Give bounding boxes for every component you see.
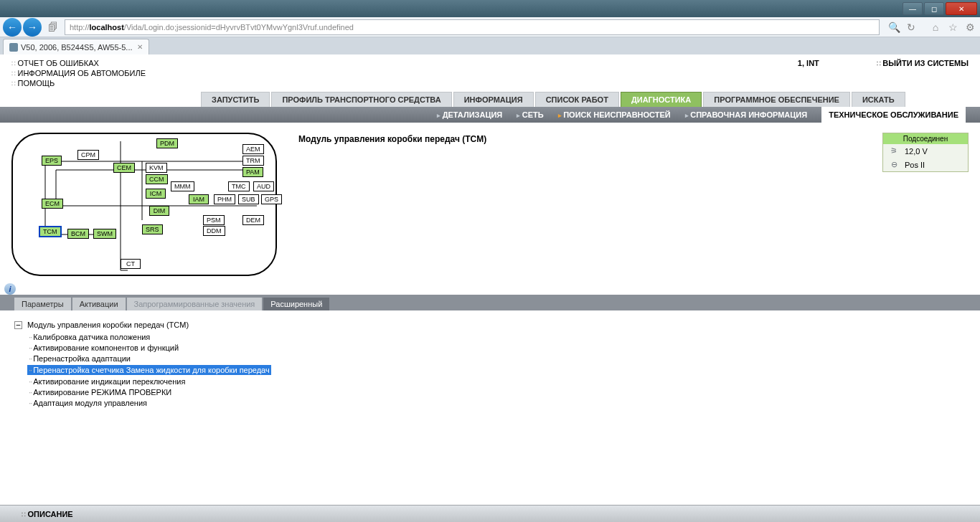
module-cem[interactable]: CEM: [113, 163, 135, 173]
main-tab-row: ЗАПУСТИТЬ ПРОФИЛЬ ТРАНСПОРТНОГО СРЕДСТВА…: [0, 92, 980, 107]
subnav-reference[interactable]: СПРАВОЧНАЯ ИНФОРМАЦИЯ: [685, 110, 807, 119]
module-ddm[interactable]: DDM: [203, 226, 225, 236]
top-link-group: ОТЧЕТ ОБ ОШИБКАХ ИНФОРМАЦИЯ ОБ АВТОМОБИЛ…: [11, 59, 146, 87]
tab-start[interactable]: ЗАПУСТИТЬ: [201, 92, 270, 107]
inner-tab-programmed[interactable]: Запрограммированные значения: [127, 298, 263, 310]
module-trm[interactable]: TRM: [242, 156, 264, 166]
logout-link[interactable]: ВЫЙТИ ИЗ СИСТЕМЫ: [877, 59, 969, 67]
browser-tabstrip: V50, 2006, B5244S5, AW55-5... ✕: [0, 37, 980, 54]
url-path: /Vida/Login.do;jsessionid=dHyvrvBTvt0YMv…: [124, 23, 354, 32]
tab-vehicle-profile[interactable]: ПРОФИЛЬ ТРАНСПОРТНОГО СРЕДСТВА: [271, 92, 451, 107]
tab-job-list[interactable]: СПИСОК РАБОТ: [535, 92, 619, 107]
home-icon[interactable]: ⌂: [928, 20, 943, 34]
inner-tab-row: Параметры Активации Запрограммированные …: [0, 295, 980, 310]
tree-item[interactable]: Перенастройка счетчика Замена жидкости д…: [27, 365, 271, 375]
tab-close-icon[interactable]: ✕: [137, 43, 143, 51]
tab-diagnostics[interactable]: ДИАГНОСТИКА: [621, 92, 702, 107]
search-icon[interactable]: 🔍: [887, 20, 901, 34]
page-icon: 🗐: [46, 20, 60, 34]
link-vehicle-info[interactable]: ИНФОРМАЦИЯ ОБ АВТОМОБИЛЕ: [11, 69, 146, 77]
module-aem[interactable]: AEM: [242, 144, 264, 154]
module-bcm[interactable]: BCM: [67, 229, 89, 239]
url-host: localhost: [90, 23, 124, 32]
status-header: Подсоединен: [883, 133, 968, 144]
tree-collapse-icon[interactable]: −: [14, 321, 22, 329]
description-bar[interactable]: ОПИСАНИЕ: [0, 505, 980, 522]
module-pdm[interactable]: PDM: [156, 138, 178, 148]
module-dem[interactable]: DEM: [242, 215, 264, 225]
connection-status-panel: Подсоединен ⚞ 12,0 V ⊖ Pos II: [882, 133, 969, 172]
forward-button[interactable]: →: [23, 18, 42, 37]
module-psm[interactable]: PSM: [203, 215, 225, 225]
tab-title: V50, 2006, B5244S5, AW55-5...: [21, 43, 133, 52]
subnav-fault-tracing[interactable]: ПОИСК НЕИСПРАВНОСТЕЙ: [558, 110, 671, 119]
description-label: ОПИСАНИЕ: [22, 510, 73, 518]
module-cpm[interactable]: CPM: [77, 150, 99, 160]
module-sub[interactable]: SUB: [238, 194, 259, 204]
module-ccm[interactable]: CCM: [146, 174, 168, 184]
address-bar[interactable]: http://localhost/Vida/Login.do;jsessioni…: [65, 19, 880, 35]
tab-information[interactable]: ИНФОРМАЦИЯ: [453, 92, 534, 107]
back-button[interactable]: ←: [3, 18, 22, 37]
info-icon[interactable]: i: [4, 283, 16, 295]
module-mmm[interactable]: MMM: [171, 181, 194, 191]
user-label: 1, INT: [798, 59, 819, 67]
browser-toolbar: ← → 🗐 http://localhost/Vida/Login.do;jse…: [0, 17, 980, 37]
operations-tree: − Модуль управления коробки передач (TCM…: [0, 310, 980, 505]
module-pam[interactable]: PAM: [242, 167, 263, 177]
inner-tab-activations[interactable]: Активации: [72, 298, 126, 310]
maximize-button[interactable]: ◻: [924, 2, 944, 15]
browser-tab[interactable]: V50, 2006, B5244S5, AW55-5... ✕: [3, 39, 149, 54]
window-titlebar: — ◻ ✕: [0, 0, 980, 17]
link-help[interactable]: ПОМОЩЬ: [11, 79, 146, 87]
tree-item[interactable]: Активирование индикации переключения: [27, 376, 966, 386]
tree-item[interactable]: Перенастройка адаптации: [27, 353, 966, 364]
sub-nav: ДЕТАЛИЗАЦИЯ СЕТЬ ПОИСК НЕИСПРАВНОСТЕЙ СП…: [0, 107, 980, 123]
minimize-button[interactable]: —: [903, 2, 923, 15]
link-error-report[interactable]: ОТЧЕТ ОБ ОШИБКАХ: [11, 59, 146, 67]
tree-root-label[interactable]: Модуль управления коробки передач (TCM): [27, 321, 189, 329]
inner-tab-parameters[interactable]: Параметры: [14, 298, 71, 310]
settings-icon[interactable]: ⚙: [963, 20, 977, 34]
status-voltage: 12,0 V: [905, 147, 928, 156]
tree-item[interactable]: Адаптация модуля управления: [27, 398, 966, 408]
tab-software[interactable]: ПРОГРАММНОЕ ОБЕСПЕЧЕНИЕ: [703, 92, 850, 107]
tree-item[interactable]: Активирование компонентов и функций: [27, 343, 966, 353]
refresh-icon[interactable]: ↻: [904, 20, 918, 34]
subnav-maintenance[interactable]: ТЕХНИЧЕСКОЕ ОБСЛУЖИВАНИЕ: [821, 107, 966, 123]
module-eps[interactable]: EPS: [42, 156, 62, 166]
module-kvm[interactable]: KVM: [146, 163, 167, 173]
page-heading: Модуль управления коробки передач (TCM): [298, 134, 486, 276]
inner-tab-advanced[interactable]: Расширенный: [263, 298, 329, 310]
module-dim[interactable]: DIM: [149, 206, 169, 216]
status-position: Pos II: [905, 161, 925, 169]
module-ecm[interactable]: ECM: [42, 199, 63, 209]
module-tmc[interactable]: TMC: [228, 181, 250, 191]
module-gps[interactable]: GPS: [261, 194, 282, 204]
battery-icon: ⚞: [887, 146, 900, 156]
module-icm[interactable]: ICM: [146, 189, 166, 199]
tree-item[interactable]: Калибровка датчика положения: [27, 332, 966, 342]
module-iam[interactable]: IAM: [189, 194, 209, 204]
module-ct[interactable]: CT: [121, 259, 141, 269]
url-protocol: http://: [70, 23, 90, 32]
module-tcm[interactable]: TCM: [39, 226, 62, 237]
module-phm[interactable]: PHM: [214, 194, 235, 204]
close-button[interactable]: ✕: [946, 2, 977, 15]
network-diagram: EPS CPM PDM AEM TRM CEM KVM PAM CCM MMM …: [11, 133, 277, 276]
module-aud[interactable]: AUD: [253, 181, 274, 191]
tab-search[interactable]: ИСКАТЬ: [852, 92, 905, 107]
tab-favicon: [9, 43, 18, 52]
subnav-detail[interactable]: ДЕТАЛИЗАЦИЯ: [437, 110, 502, 119]
subnav-network[interactable]: СЕТЬ: [517, 110, 543, 119]
module-srs[interactable]: SRS: [142, 224, 163, 234]
favorite-icon[interactable]: ☆: [946, 20, 960, 34]
tree-item[interactable]: Активирование РЕЖИМА ПРОВЕРКИ: [27, 387, 966, 397]
module-swm[interactable]: SWM: [93, 229, 116, 239]
key-icon: ⊖: [887, 160, 900, 169]
